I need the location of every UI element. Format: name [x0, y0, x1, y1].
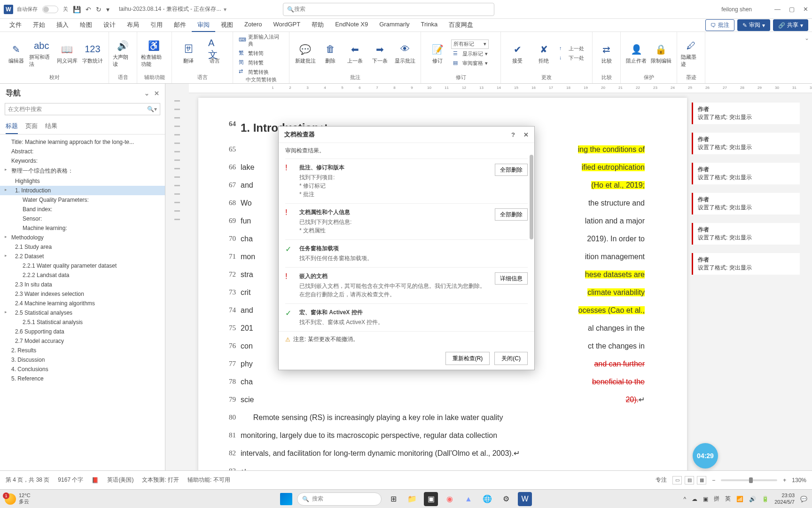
restrict-edit-button[interactable]: 🔒限制编辑: [649, 35, 673, 72]
tray-ime-icon[interactable]: 拼: [714, 495, 719, 503]
outline-item[interactable]: 3. Discussion: [0, 355, 165, 365]
outline-item[interactable]: ▸2.2 Dataset: [0, 252, 165, 261]
outline-item[interactable]: Sensor:: [0, 214, 165, 223]
zoom-out-icon[interactable]: −: [712, 477, 715, 484]
outline-item[interactable]: ▸Methodology: [0, 233, 165, 242]
start-button[interactable]: [280, 493, 292, 505]
ribbon-tab[interactable]: 视图: [215, 19, 239, 32]
tray-lang-icon[interactable]: 英: [725, 495, 731, 503]
next-change-button[interactable]: ↓下一处: [557, 54, 586, 63]
nav-close-icon[interactable]: ✕: [154, 90, 159, 97]
comment-card[interactable]: 作者设置了格式: 突出显示: [692, 223, 800, 245]
timer-badge[interactable]: 04:29: [693, 443, 718, 468]
outline-item[interactable]: 2.5.1 Statistical analysis: [0, 318, 165, 327]
twisty-icon[interactable]: ▸: [5, 234, 7, 239]
spelling-button[interactable]: abc拼写和语法: [29, 35, 54, 72]
outline-item[interactable]: 4. Conclusions: [0, 365, 165, 374]
ribbon-tab[interactable]: 开始: [27, 19, 51, 32]
nav-tab-results[interactable]: 结果: [45, 119, 57, 134]
undo-icon[interactable]: ↶: [86, 6, 91, 13]
comment-card[interactable]: 作者设置了格式: 突出显示: [692, 253, 800, 275]
a11y-status[interactable]: 辅助功能: 不可用: [187, 476, 230, 484]
title-dropdown-icon[interactable]: ▾: [224, 6, 226, 13]
autosave-switch[interactable]: [42, 6, 58, 13]
reinspect-button[interactable]: 重新检查(R): [445, 352, 490, 365]
share-button[interactable]: 🔗 共享 ▾: [773, 19, 808, 31]
show-markup-button[interactable]: ☰显示标记 ▾: [451, 50, 490, 58]
notifications-icon[interactable]: 💬: [800, 496, 807, 502]
nav-chevron-icon[interactable]: ⌄: [144, 90, 149, 97]
ribbon-tab[interactable]: 绘图: [74, 19, 98, 32]
tray-volume-icon[interactable]: 🔊: [749, 496, 756, 502]
tray-wifi-icon[interactable]: 📶: [736, 496, 743, 502]
ribbon-tab[interactable]: Zotero: [239, 19, 268, 32]
horizontal-ruler[interactable]: 1234567891011121314151617181920212223242…: [189, 84, 812, 93]
ribbon-tab[interactable]: 引用: [145, 19, 168, 32]
section-action-button[interactable]: 全部删除: [495, 208, 528, 221]
ribbon-tab[interactable]: 文件: [4, 19, 27, 32]
next-comment-button[interactable]: ➡下一条: [368, 35, 392, 72]
outline-item[interactable]: Abstract:: [0, 147, 165, 156]
ribbon-tab[interactable]: WordGPT: [268, 19, 306, 32]
outline-item[interactable]: Machine learning:: [0, 223, 165, 233]
nav-tab-headings[interactable]: 标题: [6, 119, 18, 134]
web-layout-icon[interactable]: ▦: [697, 476, 706, 484]
comment-card[interactable]: 作者设置了格式: 突出显示: [692, 133, 800, 154]
ribbon-tab[interactable]: 设计: [98, 19, 121, 32]
print-layout-icon[interactable]: ▤: [685, 476, 694, 484]
read-mode-icon[interactable]: ▭: [672, 476, 682, 484]
show-comments-button[interactable]: 👁显示批注: [393, 35, 417, 72]
outline-item[interactable]: 2.4 Machine learning algorithms: [0, 299, 165, 308]
track-changes-button[interactable]: 📝修订: [425, 35, 450, 72]
outline-item[interactable]: 2.1 Study area: [0, 242, 165, 252]
language-indicator[interactable]: 英语(美国): [107, 476, 133, 484]
outline-item[interactable]: Water Quality Parameters:: [0, 195, 165, 205]
minimize-icon[interactable]: —: [774, 6, 781, 13]
nav-search-input[interactable]: 在文档中搜索 🔍▾: [5, 103, 160, 115]
a11y-check-button[interactable]: ♿检查辅助功能: [141, 35, 166, 72]
accept-button[interactable]: ✔接受: [505, 35, 530, 72]
page-indicator[interactable]: 第 4 页，共 38 页: [6, 476, 49, 484]
twisty-icon[interactable]: ▸: [5, 310, 7, 314]
hide-ink-button[interactable]: 🖊隐藏墨迹: [681, 35, 701, 72]
settings-icon[interactable]: ⚙: [499, 492, 513, 506]
t2s-button[interactable]: 繁繁转简: [237, 49, 285, 57]
chrome-icon[interactable]: 🌐: [480, 492, 494, 506]
zoom-in-icon[interactable]: +: [783, 477, 786, 484]
dialog-scrollbar[interactable]: [530, 159, 533, 239]
search-box[interactable]: 🔍 搜索: [283, 3, 494, 16]
dialog-help-icon[interactable]: ?: [511, 131, 515, 138]
thesaurus-button[interactable]: 📖同义词库: [55, 35, 79, 72]
new-comment-button[interactable]: 💬新建批注: [293, 35, 317, 72]
outline-item[interactable]: 5. Reference: [0, 374, 165, 383]
nav-tab-pages[interactable]: 页面: [25, 119, 38, 134]
language-button[interactable]: A文语言: [202, 35, 227, 72]
ribbon-tab[interactable]: Grammarly: [374, 19, 415, 32]
ribbon-tab[interactable]: 插入: [51, 19, 74, 32]
spell-check-icon[interactable]: 📕: [92, 477, 99, 484]
review-button[interactable]: ✎ 审阅 ▾: [737, 19, 770, 31]
app-icon-1[interactable]: ▣: [424, 492, 438, 506]
focus-mode-button[interactable]: 专注: [656, 476, 667, 484]
outline-item[interactable]: ▸整理一个综合性的表格：: [0, 166, 165, 176]
taskbar-search[interactable]: 🔍搜索: [297, 492, 382, 506]
update-ime-button[interactable]: ⌨更新输入法词典: [237, 33, 285, 48]
outline-item[interactable]: 2.6 Supporting data: [0, 327, 165, 336]
twisty-icon[interactable]: ▸: [5, 253, 7, 258]
dialog-close-icon[interactable]: ✕: [523, 131, 529, 138]
wordcount-button[interactable]: 123字数统计: [80, 35, 105, 72]
delete-comment-button[interactable]: 🗑删除: [318, 35, 342, 72]
app-icon-3[interactable]: ▲: [461, 492, 476, 506]
outline-item[interactable]: Band index:: [0, 205, 165, 214]
ribbon-tab[interactable]: Trinka: [415, 19, 444, 32]
taskbar-weather[interactable]: 1 12°C 多云: [5, 492, 31, 505]
block-authors-button[interactable]: 👤阻止作者: [625, 35, 648, 72]
explorer-icon[interactable]: 📁: [405, 492, 419, 506]
autosave-toggle[interactable]: 自动保存 关: [17, 6, 68, 13]
read-aloud-button[interactable]: 🔊大声朗读: [113, 35, 133, 72]
taskbar-clock[interactable]: 23:03 2024/5/7: [774, 492, 795, 505]
close-icon[interactable]: ✕: [803, 6, 808, 13]
maximize-icon[interactable]: ▢: [789, 6, 795, 13]
task-view-icon[interactable]: ⊞: [386, 492, 400, 506]
ribbon-tab[interactable]: 邮件: [168, 19, 192, 32]
